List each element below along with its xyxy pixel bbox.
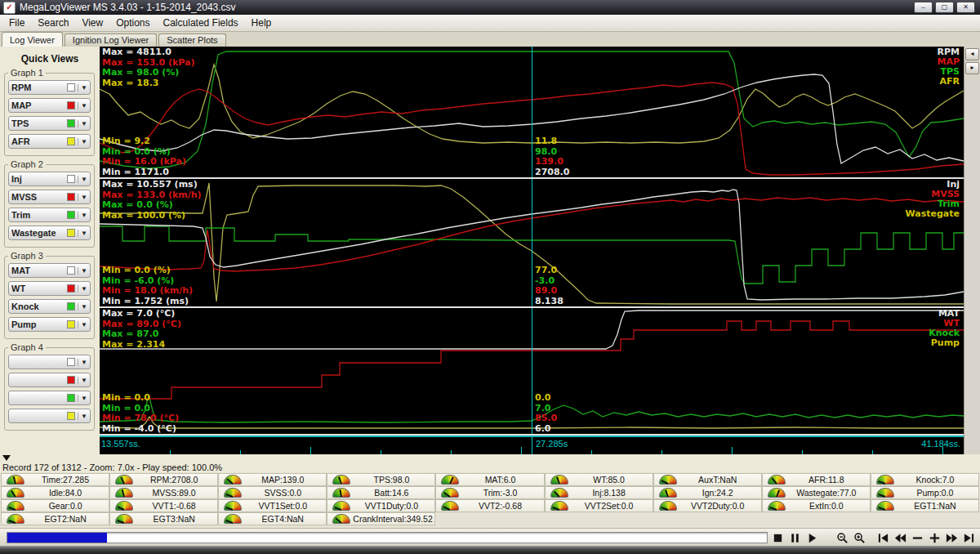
channel-label: AFR bbox=[11, 136, 65, 146]
gauge-readout: EGT3:NaN bbox=[136, 514, 217, 524]
channel-selector-map[interactable]: MAP▼ bbox=[8, 98, 91, 113]
channel-selector-wastegate[interactable]: Wastegate▼ bbox=[8, 226, 91, 240]
gauge-dial-icon bbox=[441, 475, 459, 485]
graph-legend: RPMMAPTPSAFR bbox=[937, 47, 960, 87]
menu-item-search[interactable]: Search bbox=[31, 16, 75, 30]
button-skip-start[interactable] bbox=[876, 531, 889, 544]
channel-label: MAT bbox=[11, 266, 65, 275]
gauge-needle bbox=[122, 489, 125, 497]
channel-label: WT bbox=[11, 284, 65, 293]
channel-selector-tps[interactable]: TPS▼ bbox=[8, 116, 91, 131]
bottom-toolbar bbox=[0, 528, 980, 546]
button-step-minus[interactable] bbox=[911, 531, 924, 544]
gauge-needle bbox=[225, 507, 233, 511]
max-label: Max = 0.0 (%) bbox=[102, 200, 202, 211]
channel-selector-empty[interactable]: ▼ bbox=[8, 355, 91, 369]
playback-progress-bar[interactable] bbox=[7, 532, 768, 543]
menu-item-calculated-fields[interactable]: Calculated Fields bbox=[157, 16, 245, 30]
channel-color-chip bbox=[67, 394, 75, 402]
channel-selector-mvss[interactable]: MVSS▼ bbox=[8, 190, 91, 204]
channel-selector-empty[interactable]: ▼ bbox=[8, 409, 91, 423]
menu-item-view[interactable]: View bbox=[75, 16, 109, 30]
menu-item-help[interactable]: Help bbox=[245, 16, 278, 30]
channel-label: Knock bbox=[11, 302, 65, 311]
gauge-needle bbox=[338, 476, 342, 484]
gauge-readout: AuxT:NaN bbox=[679, 475, 761, 485]
button-rewind[interactable] bbox=[893, 531, 906, 544]
channel-color-chip bbox=[67, 320, 75, 328]
scrollbar-arrow-top[interactable]: ◂ bbox=[965, 48, 979, 60]
channel-label: RPM bbox=[11, 83, 65, 92]
cursor-value: 139.0 bbox=[535, 157, 569, 168]
group-graph-2: Graph 2Inj▼MVSS▼Trim▼Wastegate▼ bbox=[4, 164, 95, 248]
chevron-down-icon: ▼ bbox=[78, 194, 87, 201]
max-labels: Max = 7.0 (°C)Max = 89.0 (°C)Max = 87.0M… bbox=[102, 309, 181, 350]
gauge-needle bbox=[878, 494, 885, 498]
channel-color-chip bbox=[67, 266, 75, 275]
button-fast-forward[interactable] bbox=[945, 531, 958, 544]
gauge-needle bbox=[8, 507, 16, 511]
channel-selector-wt[interactable]: WT▼ bbox=[8, 281, 91, 296]
channel-selector-afr[interactable]: AFR▼ bbox=[8, 134, 91, 149]
group-graph-4: Graph 4▼▼▼▼ bbox=[4, 347, 95, 431]
tab-ignition-log-viewer[interactable]: Ignition Log Viewer bbox=[65, 34, 157, 47]
gauge-needle bbox=[335, 507, 342, 511]
gauge-readout: EGT1:NaN bbox=[897, 501, 978, 511]
gauge-svss: SVSS:0.0 bbox=[218, 486, 327, 499]
channel-selector-knock[interactable]: Knock▼ bbox=[8, 299, 91, 314]
quickviews-groups: Graph 1RPM▼MAP▼TPS▼AFR▼Graph 2Inj▼MVSS▼T… bbox=[0, 73, 100, 431]
button-skip-end[interactable] bbox=[962, 531, 975, 544]
channel-selector-empty[interactable]: ▼ bbox=[8, 373, 91, 387]
scrollbar-arrow-bottom[interactable]: ▸ bbox=[965, 62, 979, 74]
button-stop[interactable] bbox=[771, 531, 784, 544]
gauge-dial-icon bbox=[876, 488, 894, 498]
gauge-readout: Idle:84.0 bbox=[27, 488, 109, 498]
maximize-button[interactable]: ▢ bbox=[935, 2, 954, 13]
gauge-needle bbox=[11, 490, 16, 498]
app-icon: ✓ bbox=[3, 2, 16, 14]
gauge-readout: Knock:7.0 bbox=[897, 475, 978, 485]
gauge-readout: VVT2:-0.68 bbox=[461, 501, 543, 511]
graph-1[interactable]: Max = 4811.0Max = 153.0 (kPa)Max = 98.0 … bbox=[100, 47, 964, 179]
min-label: Min = 18.0 (km/h) bbox=[102, 286, 193, 297]
max-label: Max = 10.557 (ms) bbox=[102, 180, 202, 190]
button-step-plus[interactable] bbox=[928, 531, 941, 544]
gauge-egt4: EGT4:NaN bbox=[218, 512, 327, 525]
channel-selector-inj[interactable]: Inj▼ bbox=[8, 172, 91, 186]
menu-item-file[interactable]: File bbox=[2, 16, 31, 30]
minimize-button[interactable]: – bbox=[914, 2, 933, 13]
time-axis[interactable]: 13.557ss. 27.285s 41.184ss. bbox=[100, 436, 964, 454]
min-label: Min = 0.0 (%) bbox=[102, 266, 193, 276]
gauge-dial-icon bbox=[224, 475, 242, 485]
channel-selector-empty[interactable]: ▼ bbox=[8, 391, 91, 405]
gauge-readout: VVT2Set:0.0 bbox=[571, 501, 653, 511]
gauge-time: Time:27.285 bbox=[1, 473, 109, 486]
menu-item-options[interactable]: Options bbox=[109, 16, 156, 30]
max-label: Max = 2.314 bbox=[102, 340, 181, 351]
channel-color-chip bbox=[67, 101, 75, 109]
graph-3[interactable]: Max = 7.0 (°C)Max = 89.0 (°C)Max = 87.0M… bbox=[100, 308, 964, 436]
button-zoom-in[interactable] bbox=[853, 531, 866, 544]
channel-selector-trim[interactable]: Trim▼ bbox=[8, 208, 91, 222]
gauge-needle bbox=[225, 520, 233, 524]
close-button[interactable]: ✕ bbox=[956, 2, 975, 13]
vertical-scrollbar[interactable]: ◂ ▸ bbox=[964, 47, 980, 454]
min-label: Min = 0.0 bbox=[102, 393, 179, 404]
channel-selector-rpm[interactable]: RPM▼ bbox=[8, 80, 91, 95]
gauge-needle bbox=[443, 506, 451, 511]
button-play[interactable] bbox=[805, 531, 818, 544]
chevron-down-icon: ▼ bbox=[78, 321, 87, 328]
gauge-needle bbox=[665, 489, 669, 497]
tab-log-viewer[interactable]: Log Viewer bbox=[2, 32, 63, 47]
channel-selector-mat[interactable]: MAT▼ bbox=[8, 263, 91, 278]
channel-label: MVSS bbox=[11, 192, 65, 202]
channel-selector-pump[interactable]: Pump▼ bbox=[8, 317, 91, 332]
time-tick bbox=[310, 447, 311, 454]
graph-2[interactable]: Max = 10.557 (ms)Max = 133.0 (km/h)Max =… bbox=[100, 179, 964, 308]
gauge-needle bbox=[227, 478, 234, 484]
tab-scatter-plots[interactable]: Scatter Plots bbox=[158, 34, 225, 47]
gauge-rpm: RPM:2708.0 bbox=[109, 473, 218, 486]
channel-color-chip bbox=[67, 229, 75, 237]
button-pause[interactable] bbox=[788, 531, 801, 544]
button-zoom-out[interactable] bbox=[835, 531, 849, 544]
